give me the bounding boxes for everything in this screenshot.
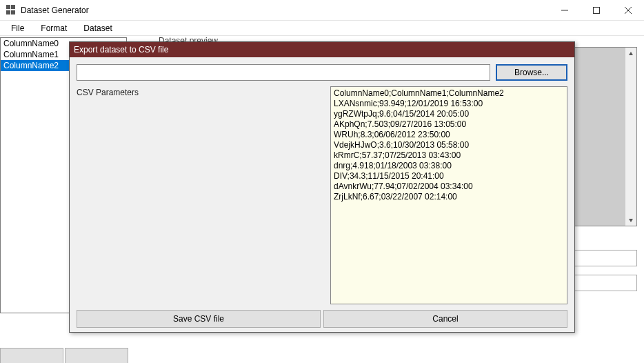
menu-format[interactable]: Format: [34, 22, 74, 35]
browse-button[interactable]: Browse...: [496, 64, 567, 81]
menubar: File Format Dataset: [0, 21, 644, 36]
scroll-up-icon[interactable]: [625, 48, 636, 59]
export-dialog: Export dataset to CSV file Browse... CSV…: [69, 41, 575, 333]
save-csv-button[interactable]: Save CSV file: [77, 310, 321, 328]
dialog-title: Export dataset to CSV file: [70, 42, 574, 57]
window-title: Dataset Generator: [21, 6, 549, 15]
cancel-button[interactable]: Cancel: [323, 310, 567, 328]
close-button[interactable]: [612, 0, 644, 20]
add-column-button[interactable]: Add column: [0, 348, 63, 363]
app-icon: [6, 5, 17, 16]
menu-file[interactable]: File: [4, 22, 31, 35]
svg-marker-4: [629, 52, 633, 55]
csv-preview-text[interactable]: ColumnName0;ColumnName1;ColumnName2 LXAN…: [330, 86, 567, 304]
menu-dataset[interactable]: Dataset: [77, 22, 119, 35]
csv-params-label: CSV Parameters: [77, 86, 325, 304]
remove-column-button[interactable]: Remove column: [65, 348, 128, 363]
scroll-down-icon[interactable]: [625, 214, 636, 226]
titlebar: Dataset Generator: [0, 0, 644, 21]
scrollbar[interactable]: [625, 48, 636, 226]
svg-marker-5: [629, 219, 633, 222]
svg-rect-1: [594, 7, 600, 13]
maximize-button[interactable]: [581, 0, 612, 20]
file-path-input[interactable]: [77, 64, 490, 81]
minimize-button[interactable]: [549, 0, 581, 20]
